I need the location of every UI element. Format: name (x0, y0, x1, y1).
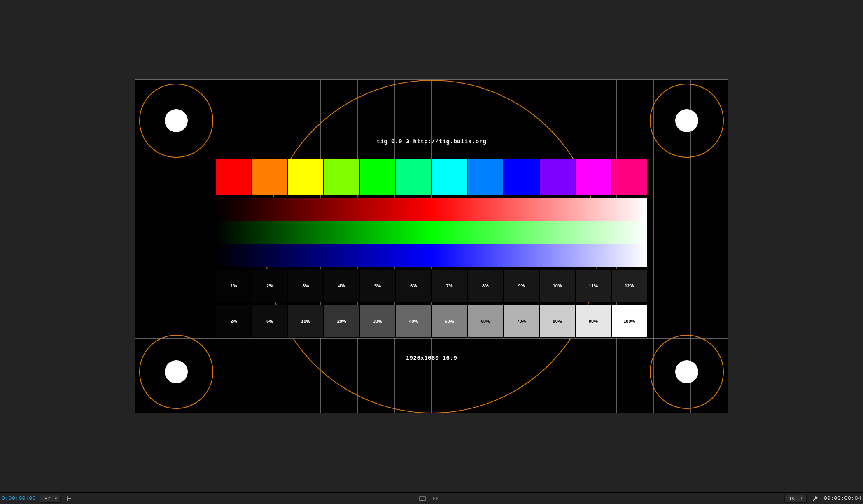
gray-step-cell: 80% (539, 305, 575, 338)
dark-step-cell: 7% (432, 269, 467, 302)
gray-step-cell: 20% (324, 305, 359, 338)
skip-forward-icon[interactable] (431, 495, 440, 503)
gray-step-cell: 30% (359, 305, 395, 338)
resolution-dropdown-label: 1/2 (789, 496, 796, 502)
hue-swatch (432, 159, 467, 195)
test-pattern-image: tig 0.0.3 http://tig.bulix.org 1%2%3%4%5… (135, 79, 728, 413)
hue-swatch (288, 159, 324, 195)
hue-swatch (611, 159, 647, 195)
hue-swatch (575, 159, 611, 195)
gradient-red (216, 198, 647, 221)
gray-step-cell: 2% (216, 305, 252, 338)
gradient-green (216, 221, 647, 244)
gray-step-cell: 100% (611, 305, 647, 338)
hue-swatch (216, 159, 252, 195)
zoom-dropdown[interactable]: Fit ▼ (40, 495, 61, 503)
pattern-resolution: 1920x1080 16:9 (406, 355, 457, 362)
gray-step-cell: 5% (252, 305, 287, 338)
gray-step-row: 2%5%10%20%30%40%50%60%70%80%90%100% (216, 305, 647, 338)
timecode-out[interactable]: 00:00:00:04 (824, 495, 861, 502)
gradient-blue (216, 244, 647, 267)
dark-step-cell: 12% (611, 269, 647, 302)
hue-swatch (467, 159, 503, 195)
hue-swatch (252, 159, 287, 195)
gray-step-cell: 10% (288, 305, 324, 338)
dark-step-cell: 8% (467, 269, 503, 302)
timecode-in[interactable]: 0:00:00:00 (2, 495, 36, 502)
preview-viewport[interactable]: tig 0.0.3 http://tig.bulix.org 1%2%3%4%5… (0, 0, 863, 492)
pattern-title: tig 0.0.3 http://tig.bulix.org (376, 138, 486, 145)
gray-step-cell: 70% (504, 305, 539, 338)
hue-swatch-row (216, 159, 647, 195)
dark-step-cell: 5% (359, 269, 395, 302)
dark-step-cell: 4% (324, 269, 359, 302)
chevron-down-icon: ▼ (800, 497, 804, 501)
dark-step-cell: 6% (396, 269, 432, 302)
hue-swatch (504, 159, 539, 195)
dark-step-cell: 10% (539, 269, 575, 302)
dark-step-cell: 11% (575, 269, 611, 302)
hue-swatch (396, 159, 432, 195)
hue-swatch (359, 159, 395, 195)
dark-step-cell: 1% (216, 269, 252, 302)
resolution-dropdown[interactable]: 1/2 ▼ (784, 495, 807, 503)
gray-step-cell: 60% (467, 305, 503, 338)
viewer-toolbar: 0:00:00:00 Fit ▼ 1/2 ▼ 00:00:00:04 (0, 492, 863, 504)
hue-swatch (324, 159, 359, 195)
filmstrip-icon[interactable] (418, 495, 427, 503)
wrench-icon[interactable] (811, 495, 820, 503)
dark-step-cell: 3% (288, 269, 324, 302)
hue-swatch (539, 159, 575, 195)
gray-step-cell: 50% (432, 305, 467, 338)
gray-step-cell: 40% (396, 305, 432, 338)
dark-step-row: 1%2%3%4%5%6%7%8%9%10%11%12% (216, 269, 647, 302)
dark-step-cell: 2% (252, 269, 287, 302)
chevron-down-icon: ▼ (54, 497, 58, 501)
bracket-in-button[interactable] (65, 495, 74, 503)
dark-step-cell: 9% (504, 269, 539, 302)
zoom-dropdown-label: Fit (44, 496, 50, 502)
gray-step-cell: 90% (575, 305, 611, 338)
